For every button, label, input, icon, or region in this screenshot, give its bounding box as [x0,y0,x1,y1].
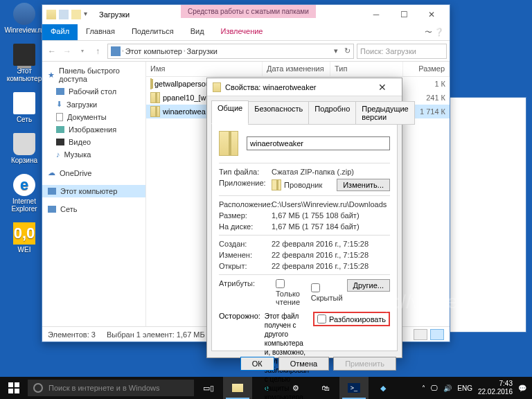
status-item-count: Элементов: 3 [48,330,96,339]
svg-rect-0 [8,382,13,387]
tray-clock[interactable]: 7:4322.02.2016 [478,380,513,396]
svg-rect-3 [15,389,19,393]
maximize-button[interactable]: ☐ [390,5,418,24]
sidebar-item-downloads[interactable]: ⬇Загрузки [42,98,145,111]
change-app-button[interactable]: Изменить... [337,179,390,191]
start-button[interactable] [0,377,28,399]
tab-details[interactable]: Подробно [308,101,356,125]
sidebar-item-videos[interactable]: Видео [42,136,145,148]
sidebar-quick-access[interactable]: ★Панель быстрого доступа [42,64,145,85]
sidebar-onedrive[interactable]: ☁OneDrive [42,166,145,179]
breadcrumb[interactable]: › Этот компьютер › Загрузки ▾ ↻ [107,44,354,59]
ondisk-value: 1,67 МБ (1 757 184 байт) [272,222,390,231]
column-size[interactable]: Размер [403,62,450,76]
unblock-checkbox[interactable]: Разблокировать [313,312,390,326]
nav-up-icon[interactable]: ↑ [91,44,105,58]
security-warning-text: Этот файл получен с другого компьютера и… [265,312,309,399]
column-date[interactable]: Дата изменения [263,62,330,76]
minimize-button[interactable]: ─ [362,5,390,24]
properties-dialog: Свойства: winaerotweaker ✕ Общие Безопас… [206,78,402,358]
address-bar: ← → ▾ ↑ › Этот компьютер › Загрузки ▾ ↻ … [42,41,450,62]
sidebar-item-documents[interactable]: Документы [42,111,145,123]
window-title: Загрузки [99,10,130,19]
svg-rect-2 [8,389,13,393]
ribbon-tab-share[interactable]: Поделиться [123,24,182,40]
contextual-tab-header: Средства работы с сжатыми папками [181,5,316,18]
nav-sidebar: ★Панель быстрого доступа Рабочий стол ⬇З… [42,62,146,326]
modified-value: 22 февраля 2016 г., 7:15:28 [272,251,390,259]
filetype-value: Сжатая ZIP-папка (.zip) [272,168,390,176]
sidebar-item-desktop[interactable]: Рабочий стол [42,85,145,98]
search-input[interactable]: Поиск: Загрузки [357,44,447,59]
ribbon-tab-view[interactable]: Вид [182,24,213,40]
column-type[interactable]: Тип [330,62,403,76]
zip-icon [150,92,160,103]
properties-titlebar[interactable]: Свойства: winaerotweaker ✕ [207,78,402,96]
sidebar-network[interactable]: Сеть [42,203,145,215]
tray-chevron-icon[interactable]: ˄ [422,384,425,392]
tab-general[interactable]: Общие [211,100,249,124]
sidebar-this-pc[interactable]: Этот компьютер [42,185,145,197]
view-icons-icon[interactable] [430,329,444,340]
column-name[interactable]: Имя [146,62,263,76]
view-details-icon[interactable] [414,329,427,340]
properties-tabs: Общие Безопасность Подробно Предыдущие в… [207,96,402,124]
ribbon: Файл Главная Поделиться Вид Извлечение 〜… [42,24,450,41]
tab-security[interactable]: Безопасность [248,101,309,125]
tray-notifications-icon[interactable]: 💬 [518,384,526,392]
ribbon-tab-extract[interactable]: Извлечение [213,24,272,40]
ribbon-collapse-icon[interactable]: 〜 ❔ [419,24,450,40]
folder-icon [46,10,56,19]
svg-rect-1 [15,382,19,387]
zip-icon [219,131,238,156]
qat-properties-icon[interactable] [59,10,69,19]
filename-input[interactable] [247,136,390,150]
tab-previous[interactable]: Предыдущие версии [355,101,414,125]
nav-history-icon[interactable]: ▾ [76,44,89,58]
location-value: C:\Users\Winreview.ru\Downloads [272,200,390,209]
dialog-title: Свойства: winaerotweaker [225,83,316,91]
status-selection: Выбран 1 элемент: 1,67 МБ [107,330,205,339]
cancel-button[interactable]: Отмена [278,357,329,371]
close-button[interactable]: ✕ [369,82,396,93]
hidden-checkbox[interactable]: Скрытый [311,283,343,302]
ok-button[interactable]: ОК [240,357,274,371]
ribbon-tab-home[interactable]: Главная [78,24,123,40]
taskbar-search[interactable]: Поиск в интернете и в Windows [28,380,194,396]
zip-icon [150,78,152,89]
size-value: 1,67 МБ (1 755 108 байт) [272,211,390,220]
other-attrs-button[interactable]: Другие... [347,279,390,292]
apply-button[interactable]: Применить [333,357,396,371]
nav-back-icon[interactable]: ← [45,44,59,58]
created-value: 22 февраля 2016 г., 7:15:28 [272,240,390,248]
opened-value: 22 февраля 2016 г., 7:15:28 [272,262,390,270]
tray-language[interactable]: ENG [457,384,472,392]
sidebar-item-music[interactable]: ♪Музыка [42,148,145,161]
qat-newfolder-icon[interactable] [71,10,81,19]
sidebar-item-pictures[interactable]: Изображения [42,123,145,136]
zip-icon [213,82,221,92]
zip-icon [150,106,160,117]
readonly-checkbox[interactable]: Только чтение [276,279,303,306]
ribbon-tab-file[interactable]: Файл [42,24,78,40]
tray-volume-icon[interactable]: 🔊 [443,384,452,392]
close-button[interactable]: ✕ [418,5,445,24]
explorer-icon [272,179,281,190]
tray-monitor-icon[interactable]: 🖵 [431,384,438,392]
nav-forward-icon[interactable]: → [60,44,74,58]
cortana-icon [33,383,43,393]
